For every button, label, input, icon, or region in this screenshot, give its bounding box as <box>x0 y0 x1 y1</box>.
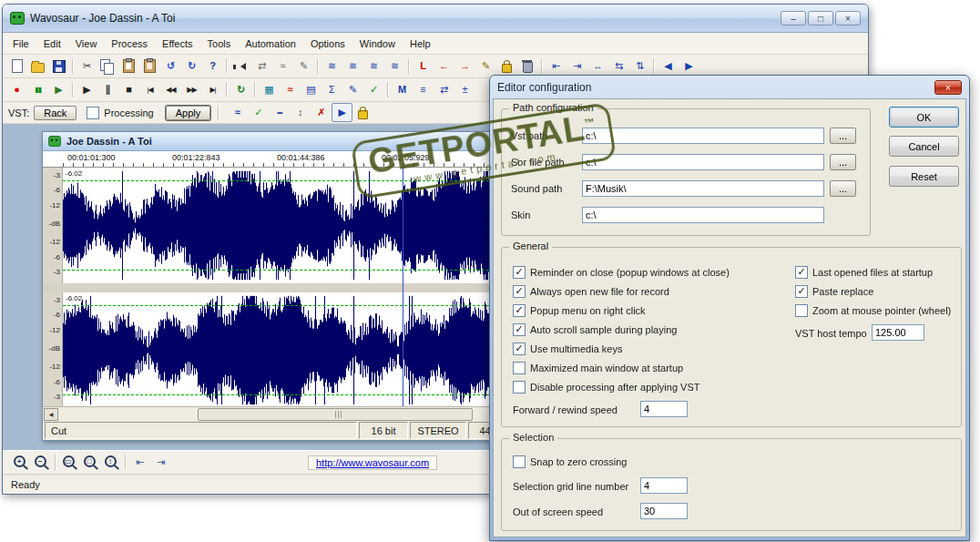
wave-flip-button[interactable]: ⇅ <box>629 56 650 76</box>
delete-markers-button[interactable] <box>517 56 538 76</box>
scroll-next-button[interactable]: ⇥ <box>150 453 171 472</box>
out-of-screen-speed-input[interactable] <box>640 503 688 519</box>
zoom-wave-all-button[interactable]: ≋ <box>384 56 405 76</box>
wave-goto-start-button[interactable]: ⇤ <box>546 56 567 76</box>
record-settings-button[interactable]: ≈ <box>272 56 293 76</box>
dialog-titlebar[interactable]: Editor configuration × <box>490 76 969 98</box>
open-file-button[interactable] <box>27 56 48 76</box>
timeline-ruler[interactable]: 00:01:01:30000:01:22:84300:01:44:38600:0… <box>43 151 536 168</box>
menu-effects[interactable]: Effects <box>156 36 199 51</box>
selection-grid-line-number-input[interactable] <box>640 477 688 494</box>
loop-playback-button[interactable]: ↻ <box>230 80 251 99</box>
reset-button[interactable]: Reset <box>889 166 959 187</box>
maximize-button[interactable]: □ <box>808 11 833 26</box>
marker-right-button[interactable]: → <box>454 56 475 76</box>
tool-options-button[interactable]: ✎ <box>293 56 314 76</box>
vst-move-button[interactable]: ↕ <box>290 103 311 122</box>
sound-path-browse-button[interactable]: ... <box>830 180 856 197</box>
horizontal-scrollbar[interactable]: ◀ ▶ <box>43 406 536 421</box>
waveform-channel-right[interactable]: -6.02 <box>63 292 535 406</box>
sound-path-input[interactable] <box>582 180 824 197</box>
always-open-new-file-for-record-checkbox[interactable]: ✓ <box>513 285 526 298</box>
previous-file-button[interactable]: ◀ <box>658 56 679 76</box>
paste-replace-checkbox[interactable]: ✓ <box>795 285 808 298</box>
zoom-selection-button[interactable]: ▭ <box>59 453 80 472</box>
menu-file[interactable]: File <box>6 36 36 51</box>
auto-scroll-sample-during-playing-checkbox[interactable]: ✓ <box>513 323 526 336</box>
zoom-all-button[interactable]: □ <box>80 453 101 472</box>
forward-rewind-speed-input[interactable] <box>640 401 688 417</box>
zoom-out-button[interactable]: − <box>31 453 52 472</box>
menu-tools[interactable]: Tools <box>201 36 238 51</box>
marker-list-button[interactable]: ≡ <box>413 80 434 99</box>
scroll-left-arrow-icon[interactable]: ◀ <box>44 408 58 421</box>
fast-forward-button[interactable]: ▶▶ <box>181 80 202 99</box>
menu-window[interactable]: Window <box>353 36 402 51</box>
sonogram-button[interactable]: ▦ <box>259 80 280 99</box>
go-start-button[interactable]: |◀ <box>139 80 160 99</box>
menu-options[interactable]: Options <box>304 36 352 51</box>
marker-add-remove-button[interactable]: ± <box>454 80 475 99</box>
statistics-button[interactable]: Σ <box>322 80 342 99</box>
minimize-button[interactable]: – <box>781 11 806 26</box>
close-button[interactable]: × <box>835 11 861 26</box>
convert-button[interactable]: ⇄ <box>251 56 272 76</box>
popup-menu-on-right-click-checkbox[interactable]: ✓ <box>513 304 526 317</box>
zoom-vertical-button[interactable]: ↕ <box>101 453 122 472</box>
marker-m-button[interactable]: M <box>392 80 413 99</box>
zoom-in-button[interactable]: + <box>10 453 31 472</box>
last-opened-files-at-startup-checkbox[interactable]: ✓ <box>795 266 808 279</box>
marker-pen-button[interactable]: ✎ <box>475 56 496 76</box>
marker-left-button[interactable]: ← <box>434 56 454 76</box>
redo-button[interactable]: ↻ <box>181 56 202 76</box>
zoom-wave-selection-button[interactable]: ≋ <box>363 56 384 76</box>
help-button[interactable]: ? <box>202 56 223 76</box>
waveform-area[interactable]: -3-6-12-dB-12-6-3 -3-6-12-dB-12-6-3 -6.0… <box>43 168 536 406</box>
vst-host-tempo-input[interactable] <box>872 324 924 341</box>
disable-processing-after-applying-vst-checkbox[interactable] <box>513 381 526 394</box>
marker-navigate-button[interactable]: ⇄ <box>434 80 454 99</box>
document-titlebar[interactable]: Joe Dassin - A Toi <box>43 132 536 151</box>
input-monitor-button[interactable]: ▮▮ <box>27 80 48 99</box>
stop-button[interactable]: ■ <box>118 80 139 99</box>
processing-checkbox[interactable] <box>87 107 99 119</box>
wavosaur-website-link[interactable]: http://www.wavosaur.com <box>316 457 429 468</box>
reminder-on-close-popup-windows-at-close-checkbox[interactable]: ✓ <box>513 266 526 279</box>
vst-play-button[interactable]: ▶ <box>332 103 352 122</box>
vst-apply-button[interactable]: Apply <box>166 106 211 120</box>
play-button[interactable]: ▶ <box>77 80 97 99</box>
zoom-wave-out-button[interactable]: ≋ <box>342 56 363 76</box>
skin-input[interactable] <box>582 207 824 223</box>
paste-insert-button[interactable] <box>139 56 160 76</box>
draw-mode-button[interactable]: ✎ <box>342 80 363 99</box>
cancel-button[interactable]: Cancel <box>889 136 959 157</box>
use-multimedia-keys-checkbox[interactable]: ✓ <box>513 343 526 355</box>
analysis-3d-button[interactable]: ▤ <box>301 80 322 99</box>
main-titlebar[interactable]: Wavosaur - Joe Dassin - A Toi – □ × <box>3 5 868 33</box>
scroll-previous-button[interactable]: ⇤ <box>129 453 150 472</box>
vst-curve-button[interactable]: ≈ <box>227 103 248 122</box>
maximized-main-window-at-startup-checkbox[interactable] <box>513 362 526 374</box>
lock-markers-button[interactable] <box>496 56 517 76</box>
copy-button[interactable] <box>97 56 118 76</box>
vst-rack-button[interactable]: Rack <box>34 106 77 120</box>
sor-file-path-input[interactable] <box>582 154 824 170</box>
waveform-channel-left[interactable]: -6.02 <box>63 168 535 283</box>
zoom-at-mouse-pointer-wheel-checkbox[interactable] <box>795 304 808 317</box>
play-special-button[interactable]: ▶ <box>48 80 69 99</box>
new-file-button[interactable] <box>6 56 27 76</box>
vst-remove-button[interactable]: ✗ <box>311 103 332 122</box>
vst-parameters-button[interactable]: ••• <box>269 103 290 122</box>
pause-button[interactable]: ∥ <box>97 80 118 99</box>
wave-exchange-button[interactable]: ⇆ <box>608 56 629 76</box>
loop-point-button[interactable]: L <box>413 56 434 76</box>
scrollbar-thumb[interactable] <box>198 408 473 421</box>
menu-process[interactable]: Process <box>105 36 154 51</box>
go-end-button[interactable]: ▶| <box>202 80 223 99</box>
spectrum-analysis-button[interactable]: ≈ <box>280 80 301 99</box>
menu-help[interactable]: Help <box>403 36 437 51</box>
next-file-button[interactable]: ▶ <box>679 56 699 76</box>
volume-button[interactable] <box>230 56 251 76</box>
vst-path-browse-button[interactable]: ... <box>830 128 856 144</box>
undo-button[interactable]: ↺ <box>160 56 181 76</box>
